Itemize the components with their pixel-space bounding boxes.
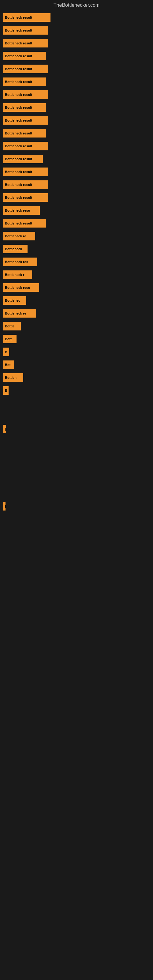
bottleneck-bar: Bottlen <box>3 373 23 382</box>
bar-row <box>3 475 150 486</box>
bottleneck-bar: Bottleneck resu <box>3 206 40 215</box>
bar-row: | <box>3 500 150 512</box>
bar-row: Bottleneck result <box>3 37 150 49</box>
bottleneck-bar: Bottleneck re <box>3 309 36 318</box>
bar-row: Bottleneck result <box>3 127 150 139</box>
bottleneck-bar: B <box>3 386 9 395</box>
bottleneck-bar: Bottleneck re <box>3 232 35 240</box>
bar-row <box>3 398 150 409</box>
bottleneck-bar: | <box>3 425 6 433</box>
bar-row: Bottleneck result <box>3 140 150 152</box>
bottleneck-bar: Bottleneck result <box>3 26 48 35</box>
bar-row <box>3 462 150 474</box>
bar-row: Bottleneck result <box>3 50 150 62</box>
bottleneck-bar: Bottleneck result <box>3 52 46 60</box>
bar-row: Bottlen <box>3 372 150 383</box>
bar-row: Bottleneck resu <box>3 205 150 216</box>
bar-row: Bottle <box>3 320 150 332</box>
bars-container: Bottleneck resultBottleneck resultBottle… <box>0 12 153 513</box>
bottleneck-bar: Bottleneck result <box>3 65 48 73</box>
bar-row: Bottleneck result <box>3 12 150 23</box>
bar-row <box>3 410 150 422</box>
bottleneck-bar: Bottleneck result <box>3 219 46 228</box>
bottleneck-bar: Bottleneck result <box>3 180 48 189</box>
bar-row: Bottlenec <box>3 294 150 306</box>
bottleneck-bar: Bottleneck result <box>3 193 48 202</box>
bottleneck-bar: Bottleneck resu <box>3 283 39 292</box>
bar-row: Bottleneck r <box>3 269 150 280</box>
bar-row: Bottleneck result <box>3 63 150 75</box>
bottleneck-bar: | <box>3 502 5 511</box>
bar-row: Bottleneck resu <box>3 282 150 293</box>
bar-row: B <box>3 346 150 358</box>
bar-row <box>3 488 150 499</box>
bar-row: B <box>3 385 150 396</box>
bar-row: Bottleneck res <box>3 256 150 268</box>
bar-row: Bottleneck result <box>3 115 150 126</box>
bottleneck-bar: Bot <box>3 360 14 369</box>
bottleneck-bar: Bottleneck <box>3 245 27 253</box>
bar-row: Bottleneck result <box>3 179 150 191</box>
bottleneck-bar: Bottleneck result <box>3 103 46 112</box>
bar-row: Bottleneck re <box>3 307 150 319</box>
bottleneck-bar: Bottleneck result <box>3 155 43 163</box>
bar-row: | <box>3 423 150 435</box>
bar-row: Bottleneck result <box>3 166 150 178</box>
bottleneck-bar: Bottlenec <box>3 296 26 305</box>
bottleneck-bar: Bottle <box>3 322 21 331</box>
bar-row: Bottleneck <box>3 243 150 255</box>
bottleneck-bar: B <box>3 348 9 356</box>
bottleneck-bar: Bottleneck result <box>3 78 46 86</box>
bottleneck-bar: Bottleneck result <box>3 39 48 48</box>
bar-row: Bottleneck re <box>3 230 150 242</box>
bottleneck-bar: Bottleneck result <box>3 116 48 125</box>
bar-row: Bottleneck result <box>3 76 150 88</box>
bar-row: Bottleneck result <box>3 89 150 100</box>
site-title: TheBottlenecker.com <box>0 0 153 12</box>
bottleneck-bar: Bott <box>3 335 16 343</box>
bar-row: Bot <box>3 359 150 371</box>
bar-row: Bott <box>3 333 150 345</box>
bar-row: Bottleneck result <box>3 102 150 113</box>
bar-row <box>3 449 150 461</box>
bottleneck-bar: Bottleneck result <box>3 167 48 176</box>
bar-row <box>3 436 150 448</box>
bar-row: Bottleneck result <box>3 153 150 165</box>
bottleneck-bar: Bottleneck result <box>3 129 46 137</box>
bottleneck-bar: Bottleneck res <box>3 258 37 266</box>
bar-row: Bottleneck result <box>3 218 150 229</box>
bottleneck-bar: Bottleneck r <box>3 270 32 279</box>
bottleneck-bar: Bottleneck result <box>3 142 48 150</box>
bar-row: Bottleneck result <box>3 24 150 36</box>
bar-row: Bottleneck result <box>3 192 150 204</box>
bottleneck-bar: Bottleneck result <box>3 90 48 99</box>
bottleneck-bar: Bottleneck result <box>3 13 51 22</box>
